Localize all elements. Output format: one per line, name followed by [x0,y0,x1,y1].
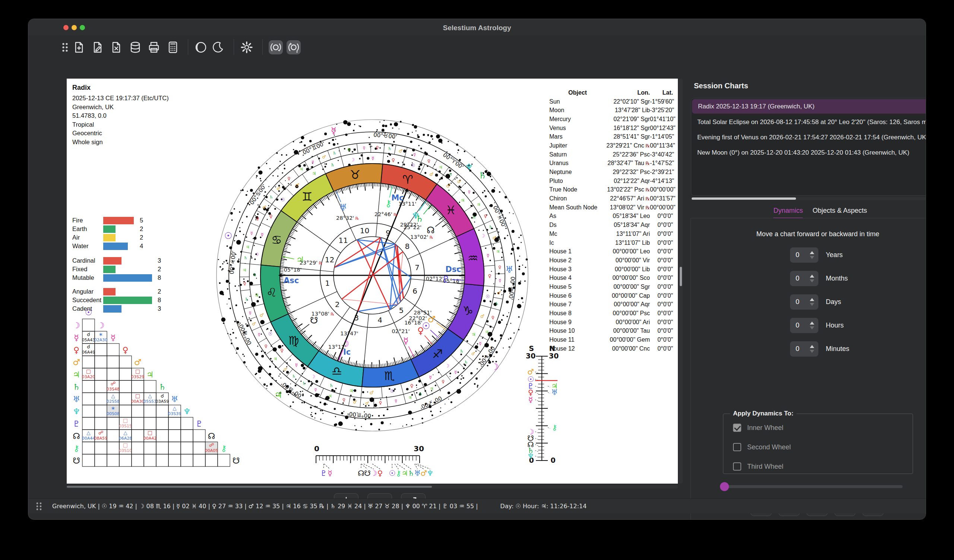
svg-text:♃: ♃ [408,395,412,400]
svg-text:♐: ♐ [432,347,443,361]
svg-text:♎: ♎ [332,364,343,378]
status-bar: Greenwich, UK | ☉ 19 ♒ 42 | ☽ 08 ♏ 16 | … [28,499,926,513]
stepper-down-icon[interactable] [810,303,814,306]
moon-phase-icon[interactable] [194,40,208,54]
vertical-scrollbar[interactable] [679,79,683,484]
stepper-arrows[interactable] [809,345,818,353]
database-icon[interactable] [128,40,142,54]
chart-info-line: 2025-12-13 CE 19:17:37 (Etc/UTC) [72,94,169,103]
svg-text:♀: ♀ [287,176,290,181]
orbit-chart-star-icon[interactable] [287,40,301,54]
svg-text:♊: ♊ [302,190,313,204]
cell-lon: 13°47'28" Lib [606,107,650,114]
cell-lon: 25°22'36" Psc [606,151,650,158]
session-chart-item[interactable]: New Moon (0°) on 2025-12-20 01:43:20 202… [691,145,926,160]
svg-text:♄: ♄ [292,374,296,379]
svg-text:□: □ [135,393,140,399]
svg-text:♀: ♀ [264,344,267,349]
checkbox-second-wheel[interactable] [733,443,741,451]
session-list-scrollbar[interactable] [691,197,926,200]
gear-icon[interactable] [240,40,254,54]
file-x-icon[interactable] [109,40,123,54]
bar-label: Succedent [72,297,103,304]
status-grip-icon[interactable] [36,501,42,511]
bar-row: Mutable8 [72,274,161,282]
svg-text:03S15: 03S15 [119,424,132,428]
orbit-chart-icon[interactable] [269,40,283,54]
svg-text:♃: ♃ [274,390,282,400]
session-charts-list: Radix 2025-12-13 19:17 (Greenwich, UK)To… [691,98,926,196]
tab-objects-aspects[interactable]: Objects & Aspects [812,207,867,219]
grip-icon[interactable] [58,40,72,54]
tab-dynamics[interactable]: Dynamics [773,207,803,219]
cell-lat: 0°0'0" [650,266,673,273]
svg-text:♄: ♄ [408,469,415,478]
time-slider[interactable] [721,485,903,488]
dynamics-panel: Move a chart forward or backward in time… [691,218,926,520]
printer-icon[interactable] [147,40,161,54]
calculator-icon[interactable] [166,40,180,54]
stepper-up-icon[interactable] [810,298,814,301]
session-chart-item[interactable]: Total Solar Eclipse on 2026-08-12 17:45:… [691,114,926,130]
stepper-down-icon[interactable] [810,280,814,282]
stepper-down-icon[interactable] [810,350,814,353]
stepper-up-icon[interactable] [810,345,814,348]
stepper-up-icon[interactable] [810,275,814,278]
cell-lon: 00°00'00" Sco [606,275,650,281]
session-chart-item[interactable]: Evening first of Venus on 2026-02-21 17:… [691,130,926,145]
svg-text:♓: ♓ [445,203,456,217]
svg-text:12: 12 [325,255,334,264]
svg-text:☌: ☌ [87,331,90,337]
svg-text:⚷: ⚷ [73,444,80,453]
stepper-up-icon[interactable] [810,322,814,325]
declination-ruler-vertical: SN303000♂☉♇♀☿☽☋☊♄♆♃♅⚷ [526,344,559,464]
crescent-moon-icon[interactable] [211,40,225,54]
stepper-up-icon[interactable] [810,251,814,254]
hours-stepper[interactable]: 0 [790,318,818,333]
bar-row: Cadent3 [72,304,161,313]
bar-fill [103,297,152,304]
stepper-down-icon[interactable] [810,256,814,259]
cell-object: House 10 [549,328,606,334]
stepper-arrows[interactable] [809,251,818,259]
svg-text:☿: ☿ [74,333,79,342]
years-stepper[interactable]: 0 [790,247,818,263]
svg-text:☿: ☿ [331,126,337,136]
slider-knob[interactable] [720,482,729,491]
svg-text:00A30: 00A30 [131,399,145,404]
checkbox-third-wheel[interactable] [733,462,741,471]
stepper-down-icon[interactable] [810,327,814,329]
svg-text:☿: ☿ [258,332,260,337]
minutes-stepper[interactable]: 0 [790,341,818,356]
svg-text:♄: ♄ [464,359,468,365]
checkbox-inner-wheel[interactable] [733,424,741,432]
bar-row: Water4 [72,242,143,250]
table-row: House 1000°00'00" Tau0°0'0" [549,327,673,336]
stepper-arrows[interactable] [809,275,818,282]
file-edit-icon[interactable] [90,40,105,54]
stepper-value: 0 [790,322,809,329]
table-row: House 300°00'00" Lib0°0'0" [549,265,673,274]
months-stepper[interactable]: 0 [790,271,818,286]
col-object: Object [549,89,606,96]
svg-text:♂: ♂ [260,312,264,318]
svg-text:♀: ♀ [484,213,487,219]
cell-lon: 02°12'22" Aqr [606,178,650,184]
cell-lat: 0°0'0" [650,257,673,264]
stepper-arrows[interactable] [809,298,818,306]
cell-lon: 22°02'10" Sgr [606,98,650,105]
session-chart-item[interactable]: Radix 2025-12-13 19:17 (Greenwich, UK) [692,99,926,114]
cell-object: House 3 [549,266,606,273]
bar-label: Cadent [72,305,103,312]
cell-lat: -1°47'52" [650,160,673,166]
bar-row: Fixed2 [72,265,161,274]
svg-text:☽: ☽ [445,363,449,369]
svg-text:♄: ♄ [302,381,306,386]
file-plus-icon[interactable] [72,40,86,54]
cell-lat: 0°0'0" [650,292,673,299]
horizontal-scrollbar[interactable] [67,485,678,488]
stepper-arrows[interactable] [809,322,818,329]
svg-text:♀: ♀ [73,345,80,355]
days-stepper[interactable]: 0 [790,294,818,310]
cell-lon: 13°11'07" Ari [606,231,650,237]
